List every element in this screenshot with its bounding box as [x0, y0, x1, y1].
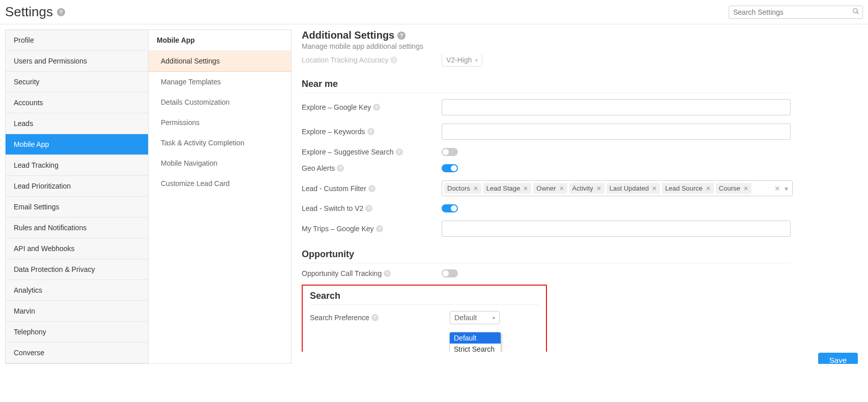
- search-icon[interactable]: [852, 8, 859, 16]
- help-icon[interactable]: ?: [337, 165, 344, 172]
- filter-tag[interactable]: Owner✕: [533, 183, 567, 194]
- remove-tag-icon[interactable]: ✕: [596, 185, 601, 192]
- filter-tag[interactable]: Lead Source✕: [662, 183, 714, 194]
- search-preference-label: Search Preference: [310, 314, 369, 322]
- content-title: Additional Settings: [302, 29, 394, 41]
- geo-alerts-label: Geo Alerts: [302, 164, 335, 172]
- opportunity-call-tracking-label: Opportunity Call Tracking: [302, 269, 382, 277]
- help-icon[interactable]: ?: [384, 270, 391, 277]
- subnav-task-activity[interactable]: Task & Activity Completion: [149, 133, 291, 153]
- remove-tag-icon[interactable]: ✕: [523, 185, 528, 192]
- explore-google-key-label: Explore – Google Key: [302, 103, 371, 111]
- lead-switch-v2-toggle[interactable]: [442, 204, 458, 212]
- dropdown-option-strict[interactable]: Strict Search: [450, 344, 501, 352]
- lead-custom-filter-label: Lead - Custom Filter: [302, 184, 366, 193]
- remove-tag-icon[interactable]: ✕: [559, 185, 564, 192]
- subnav-mobile-navigation[interactable]: Mobile Navigation: [149, 153, 291, 173]
- near-me-heading: Near me: [302, 79, 790, 93]
- sidebar-item-lead-prioritization[interactable]: Lead Prioritization: [6, 176, 148, 197]
- search-preference-select[interactable]: Default ▾ Default Strict Search Partial …: [450, 311, 500, 324]
- search-field[interactable]: [732, 8, 850, 17]
- subnav-header: Mobile App: [149, 30, 291, 51]
- subnav-customize-lead-card[interactable]: Customize Lead Card: [149, 173, 291, 194]
- filter-tag[interactable]: Course✕: [716, 183, 751, 194]
- select-value: V2-High: [446, 56, 472, 64]
- help-icon[interactable]: ?: [367, 128, 374, 135]
- search-heading: Search: [310, 291, 539, 305]
- search-section-highlight: Search Search Preference? Default ▾ Defa…: [302, 285, 547, 352]
- my-trips-key-input[interactable]: [442, 221, 791, 237]
- svg-line-1: [857, 12, 859, 14]
- explore-suggestive-label: Explore – Suggestive Search: [302, 148, 394, 156]
- remove-tag-icon[interactable]: ✕: [473, 185, 478, 192]
- help-icon[interactable]: ?: [390, 56, 397, 64]
- location-tracking-accuracy-select[interactable]: V2-High ▾: [442, 54, 482, 67]
- sidebar-item-rules-notifications[interactable]: Rules and Notifications: [6, 218, 148, 238]
- search-settings-input[interactable]: [729, 6, 863, 19]
- chevron-down-icon: ▾: [493, 315, 495, 321]
- lead-switch-v2-label: Lead - Switch to V2: [302, 204, 363, 212]
- sidebar-item-api-webhooks[interactable]: API and Webhooks: [6, 238, 148, 259]
- subnav-additional-settings[interactable]: Additional Settings: [149, 51, 291, 72]
- remove-tag-icon[interactable]: ✕: [652, 185, 657, 192]
- sidebar-item-analytics[interactable]: Analytics: [6, 280, 148, 301]
- sidebar-item-telephony[interactable]: Telephony: [6, 322, 148, 343]
- sidebar-item-mobile-app[interactable]: Mobile App: [6, 134, 148, 155]
- sidebar-item-lead-tracking[interactable]: Lead Tracking: [6, 155, 148, 176]
- explore-google-key-input[interactable]: [442, 99, 791, 115]
- sidebar-item-converse[interactable]: Converse: [6, 343, 148, 363]
- my-trips-key-label: My Trips – Google Key: [302, 225, 374, 233]
- help-icon[interactable]: ?: [396, 148, 403, 156]
- search-preference-dropdown: Default Strict Search Partial Search: [449, 332, 501, 352]
- filter-tag[interactable]: Activity✕: [569, 183, 604, 194]
- filter-tag[interactable]: Lead Stage✕: [483, 183, 532, 194]
- sidebar-item-users-permissions[interactable]: Users and Permissions: [6, 51, 148, 72]
- chevron-down-icon[interactable]: ▾: [785, 184, 788, 193]
- settings-sidebar: Profile Users and Permissions Security A…: [5, 29, 149, 364]
- sidebar-item-leads[interactable]: Leads: [6, 113, 148, 134]
- filter-tag[interactable]: Last Updated✕: [606, 183, 660, 194]
- lead-custom-filter-tags[interactable]: Doctors✕ Lead Stage✕ Owner✕ Activity✕ La…: [442, 180, 793, 196]
- content-subtitle: Manage mobile app additional settings: [302, 42, 863, 50]
- remove-tag-icon[interactable]: ✕: [743, 185, 748, 192]
- chevron-down-icon: ▾: [475, 57, 478, 63]
- explore-keywords-label: Explore – Keywords: [302, 128, 365, 136]
- subnav-details-customization[interactable]: Details Customization: [149, 92, 291, 112]
- explore-suggestive-toggle[interactable]: [442, 148, 458, 156]
- help-icon[interactable]: ?: [373, 104, 380, 111]
- dropdown-option-default[interactable]: Default: [450, 332, 501, 344]
- help-icon[interactable]: ?: [368, 185, 375, 192]
- filter-tag[interactable]: Doctors✕: [444, 183, 481, 194]
- sidebar-item-email-settings[interactable]: Email Settings: [6, 197, 148, 218]
- opportunity-heading: Opportunity: [302, 249, 790, 263]
- sidebar-item-security[interactable]: Security: [6, 72, 148, 92]
- opportunity-call-tracking-toggle[interactable]: [442, 269, 458, 277]
- save-button[interactable]: Save: [818, 353, 858, 364]
- sidebar-item-data-protection[interactable]: Data Protection & Privacy: [6, 259, 148, 280]
- remove-tag-icon[interactable]: ✕: [706, 185, 711, 192]
- help-icon[interactable]: ?: [371, 314, 379, 321]
- clear-all-icon[interactable]: ✕: [774, 184, 780, 193]
- location-tracking-accuracy-label: Location Tracking Accuracy: [302, 56, 388, 64]
- subnav-permissions[interactable]: Permissions: [149, 112, 291, 133]
- svg-point-0: [853, 9, 857, 13]
- page-title: Settings: [5, 4, 53, 20]
- sidebar-item-marvin[interactable]: Marvin: [6, 301, 148, 322]
- mobile-app-subnav: Mobile App Additional Settings Manage Te…: [149, 29, 292, 364]
- subnav-manage-templates[interactable]: Manage Templates: [149, 72, 291, 92]
- explore-keywords-input[interactable]: [442, 123, 791, 140]
- sidebar-item-accounts[interactable]: Accounts: [6, 92, 148, 113]
- help-icon[interactable]: ?: [376, 225, 383, 232]
- geo-alerts-toggle[interactable]: [442, 164, 458, 172]
- select-value: Default: [454, 314, 477, 322]
- sidebar-item-profile[interactable]: Profile: [6, 30, 148, 51]
- help-icon[interactable]: ?: [365, 205, 372, 212]
- help-icon[interactable]: ?: [57, 8, 65, 16]
- help-icon[interactable]: ?: [397, 32, 406, 40]
